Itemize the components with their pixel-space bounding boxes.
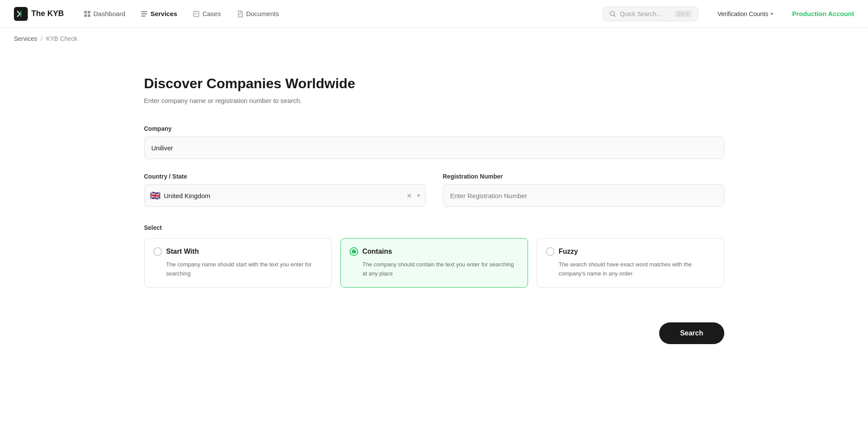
radio-fuzzy[interactable] [546,247,554,256]
svg-rect-6 [141,13,147,14]
nav-cases[interactable]: Cases [187,7,227,21]
nav-documents-label: Documents [246,10,279,17]
quick-search-placeholder: Quick Search... [620,10,661,17]
verification-counts-button[interactable]: Verification Counts ▾ [712,7,778,21]
flag-icon: 🇬🇧 [150,190,161,201]
country-clear-button[interactable]: ✕ [405,190,414,202]
option-start-with[interactable]: Start With The company name should start… [144,238,332,288]
search-button[interactable]: Search [659,322,724,344]
nav-services-label: Services [150,10,177,17]
brand-name: The KYB [31,9,64,18]
company-input[interactable] [144,136,724,159]
select-section: Select Start With The company name shoul… [144,224,724,288]
radio-contains[interactable] [350,247,358,256]
nav-links: Dashboard Services Cases Documents [78,7,285,21]
select-options: Start With The company name should start… [144,238,724,288]
registration-field-group: Registration Number [443,173,724,207]
nav-documents[interactable]: Documents [231,7,285,21]
production-account-button[interactable]: Production Account [792,10,854,17]
option-contains-desc: The company should contain the text you … [350,260,519,278]
country-input-wrapper[interactable]: 🇬🇧 ✕ ▾ [144,184,426,207]
option-fuzzy-header: Fuzzy [546,247,715,256]
option-start-with-header: Start With [153,247,323,256]
form-row: Country / State 🇬🇧 ✕ ▾ Registration Numb… [144,173,724,207]
form-section: Company Country / State 🇬🇧 ✕ ▾ Registrat… [144,125,724,344]
breadcrumb: Services / KYB Check [0,28,868,50]
navbar: The KYB Dashboard Services Cases Documen… [0,0,868,28]
country-dropdown-icon[interactable]: ▾ [417,192,420,199]
nav-dashboard[interactable]: Dashboard [78,7,131,21]
option-contains-header: Contains [350,247,519,256]
verification-counts-label: Verification Counts [717,10,768,17]
company-label: Company [144,125,724,132]
quick-search-shortcut: Ctrl K [675,10,692,17]
option-fuzzy-title: Fuzzy [559,248,578,255]
svg-rect-1 [84,11,87,13]
breadcrumb-parent[interactable]: Services [14,35,37,42]
option-contains[interactable]: Contains The company should contain the … [340,238,528,288]
logo[interactable]: The KYB [14,7,64,21]
option-fuzzy[interactable]: Fuzzy The search should have exact word … [537,238,724,288]
registration-input[interactable] [443,184,724,207]
radio-start-with[interactable] [153,247,162,256]
option-start-with-desc: The company name should start with the t… [153,260,323,278]
chevron-down-icon: ▾ [771,11,773,16]
nav-services[interactable]: Services [135,7,183,21]
main-content: Discover Companies Worldwide Enter compa… [130,50,738,370]
search-icon [609,10,616,17]
page-title: Discover Companies Worldwide [144,76,724,92]
breadcrumb-separator: / [41,35,43,43]
company-field-group: Company [144,125,724,159]
country-input[interactable] [164,192,401,199]
nav-dashboard-label: Dashboard [93,10,125,17]
svg-rect-4 [88,14,90,17]
radio-contains-inner [352,249,356,254]
country-field-group: Country / State 🇬🇧 ✕ ▾ [144,173,426,207]
svg-rect-7 [141,16,145,17]
svg-rect-2 [88,11,90,13]
nav-cases-label: Cases [202,10,221,17]
option-contains-title: Contains [363,248,392,255]
page-subtitle: Enter company name or registration numbe… [144,97,724,104]
svg-rect-5 [141,11,147,12]
country-label: Country / State [144,173,426,180]
search-button-row: Search [144,322,724,344]
quick-search-button[interactable]: Quick Search... Ctrl K [603,7,698,21]
select-label: Select [144,224,724,231]
breadcrumb-current: KYB Check [46,35,77,42]
svg-rect-3 [84,14,87,17]
option-fuzzy-desc: The search should have exact word matche… [546,260,715,278]
option-start-with-title: Start With [166,248,199,255]
registration-label: Registration Number [443,173,724,180]
